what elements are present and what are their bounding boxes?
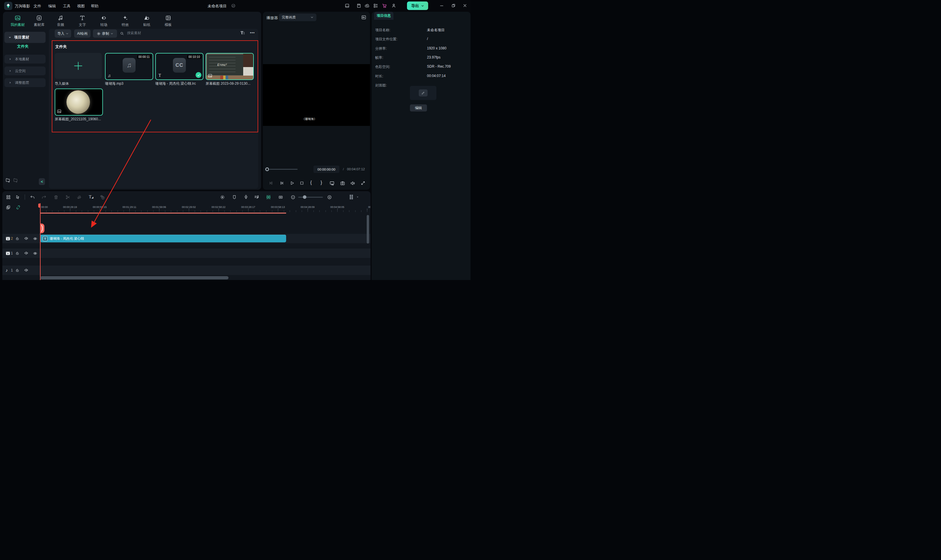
tab-templates[interactable]: 模板 bbox=[158, 15, 178, 27]
seek-track[interactable] bbox=[269, 169, 298, 170]
cover-thumbnail[interactable] bbox=[410, 86, 437, 100]
more-options-icon[interactable]: ••• bbox=[250, 31, 255, 35]
tab-transitions[interactable]: 转场 bbox=[94, 15, 114, 27]
tab-stock-media[interactable]: 素材库 bbox=[29, 15, 49, 27]
current-time-box[interactable]: 00:00:00:00 bbox=[314, 166, 339, 173]
track-audio1-band[interactable] bbox=[2, 266, 371, 275]
menu-edit[interactable]: 编辑 bbox=[48, 3, 56, 9]
speech-to-text-icon[interactable] bbox=[100, 195, 105, 200]
media-tile-screenshot-moon[interactable] bbox=[55, 89, 103, 115]
quality-dropdown[interactable]: 完整画质 bbox=[279, 14, 317, 21]
import-button[interactable]: 导入 bbox=[55, 29, 71, 38]
volume-icon[interactable] bbox=[350, 181, 355, 186]
tab-effects[interactable]: 特效 bbox=[115, 15, 135, 27]
sidebar-item-project-assets[interactable]: 项目素材 bbox=[5, 32, 46, 43]
tab-audio[interactable]: 音频 bbox=[50, 15, 71, 27]
ai-paint-button[interactable]: AI绘画 bbox=[74, 29, 91, 38]
playhead-line[interactable] bbox=[40, 203, 41, 280]
import-media-tile[interactable] bbox=[55, 53, 102, 79]
track-manager-icon[interactable] bbox=[349, 194, 354, 200]
account-icon[interactable] bbox=[391, 3, 397, 8]
lock-open-icon[interactable] bbox=[15, 237, 19, 241]
cloud-sync-icon[interactable] bbox=[364, 3, 370, 9]
restore-icon[interactable] bbox=[451, 3, 456, 8]
mark-out-icon[interactable]: } bbox=[321, 180, 322, 185]
mute-track-icon[interactable] bbox=[24, 251, 29, 255]
menu-tools[interactable]: 工具 bbox=[63, 3, 71, 9]
media-tile-lrc[interactable]: 00:10:10 CC T bbox=[155, 53, 203, 80]
timeline-zoom-slider[interactable] bbox=[298, 197, 323, 198]
tab-my-media[interactable]: 我的素材 bbox=[7, 15, 28, 27]
previous-frame-icon[interactable] bbox=[269, 181, 274, 186]
lock-open-icon[interactable] bbox=[15, 251, 19, 255]
app-logo[interactable] bbox=[4, 2, 12, 10]
timeline-vertical-scrollbar[interactable] bbox=[367, 215, 369, 243]
tab-stickers[interactable]: 贴纸 bbox=[137, 15, 157, 27]
save-icon[interactable] bbox=[357, 3, 361, 8]
tool-menu-icon[interactable] bbox=[6, 195, 11, 200]
layout-icon[interactable] bbox=[344, 3, 350, 8]
link-clips-icon[interactable] bbox=[16, 205, 21, 210]
cover-edit-chip[interactable] bbox=[419, 89, 427, 97]
sidebar-item-adjustment-layer[interactable]: 调整图层 bbox=[5, 78, 46, 87]
snapshot-camera-icon[interactable] bbox=[340, 181, 345, 186]
project-info-tab[interactable]: 项目信息 bbox=[374, 12, 394, 20]
timeline-horizontal-scrollbar[interactable] bbox=[40, 276, 229, 279]
menu-view[interactable]: 视图 bbox=[77, 3, 85, 9]
playhead-handle[interactable] bbox=[38, 203, 41, 208]
fullscreen-icon[interactable] bbox=[361, 181, 366, 186]
edit-cover-button[interactable]: 编辑 bbox=[410, 105, 427, 111]
media-tile-mp3[interactable]: 00:00:11 ♫ ♫ bbox=[105, 53, 153, 80]
delete-folder-icon[interactable] bbox=[13, 178, 18, 183]
zoom-out-icon[interactable] bbox=[291, 195, 295, 200]
display-device-icon[interactable] bbox=[329, 181, 335, 186]
hide-track-icon[interactable] bbox=[33, 237, 37, 241]
undo-icon[interactable] bbox=[30, 195, 35, 200]
close-icon[interactable] bbox=[463, 3, 467, 8]
cart-icon[interactable] bbox=[382, 3, 387, 9]
audio-lyrics-icon[interactable] bbox=[254, 195, 259, 200]
add-clip-to-track-icon[interactable] bbox=[6, 205, 11, 210]
collapse-sidebar-button[interactable]: < bbox=[39, 178, 45, 185]
track-manager-chevron[interactable] bbox=[357, 196, 359, 198]
mute-track-icon[interactable] bbox=[24, 268, 29, 272]
add-text-icon[interactable]: T◢ bbox=[89, 194, 93, 199]
tab-text[interactable]: 文字 bbox=[72, 15, 93, 27]
mute-track-icon[interactable] bbox=[24, 236, 29, 241]
split-scissors-icon[interactable] bbox=[65, 195, 70, 200]
seek-handle[interactable] bbox=[265, 167, 269, 171]
media-tile-screenshot-blackboard[interactable]: E=mc² bbox=[206, 53, 254, 80]
zoom-in-icon[interactable] bbox=[327, 195, 332, 200]
voiceover-mic-icon[interactable] bbox=[243, 194, 249, 199]
sidebar-item-folder-selected[interactable]: 文件夹 bbox=[17, 44, 29, 49]
filter-icon[interactable] bbox=[240, 30, 245, 35]
scope-icon[interactable] bbox=[361, 15, 366, 20]
sidebar-item-local-media[interactable]: 本地素材 bbox=[5, 55, 46, 63]
export-button[interactable]: 导出 bbox=[407, 2, 428, 10]
sidebar-item-cloud-space[interactable]: 云空间 bbox=[5, 66, 46, 75]
mark-in-icon[interactable]: { bbox=[310, 180, 312, 185]
quick-split-icon[interactable] bbox=[266, 194, 271, 200]
render-preview-icon[interactable] bbox=[220, 195, 225, 200]
marker-icon[interactable] bbox=[232, 195, 237, 199]
new-folder-icon[interactable] bbox=[5, 178, 10, 183]
select-tool-icon[interactable] bbox=[15, 195, 20, 200]
play-icon[interactable] bbox=[290, 181, 295, 186]
timeline-ruler[interactable]: 00:00 00:00:29:19 00:00:59:15 00:01:29:1… bbox=[2, 203, 371, 215]
fit-timeline-icon[interactable] bbox=[278, 195, 283, 200]
record-button[interactable]: 录制 bbox=[93, 29, 117, 38]
delete-icon[interactable] bbox=[54, 195, 58, 200]
apps-grid-icon[interactable] bbox=[373, 3, 378, 8]
zoom-slider-handle[interactable] bbox=[303, 195, 306, 199]
search-input[interactable] bbox=[126, 31, 160, 35]
menu-help[interactable]: 帮助 bbox=[91, 3, 98, 9]
subtitle-clip[interactable]: T 珊瑚海 - 周杰伦 梁心颐 bbox=[40, 235, 286, 242]
playhead-marker-badge[interactable] bbox=[41, 223, 45, 233]
track-video1-band[interactable] bbox=[2, 249, 371, 258]
menu-file[interactable]: 文件 bbox=[34, 3, 41, 9]
hide-track-icon[interactable] bbox=[33, 251, 37, 255]
next-frame-icon[interactable] bbox=[279, 181, 284, 186]
redo-icon[interactable] bbox=[42, 195, 46, 200]
stop-icon[interactable] bbox=[299, 181, 304, 186]
detach-audio-icon[interactable] bbox=[77, 195, 82, 200]
